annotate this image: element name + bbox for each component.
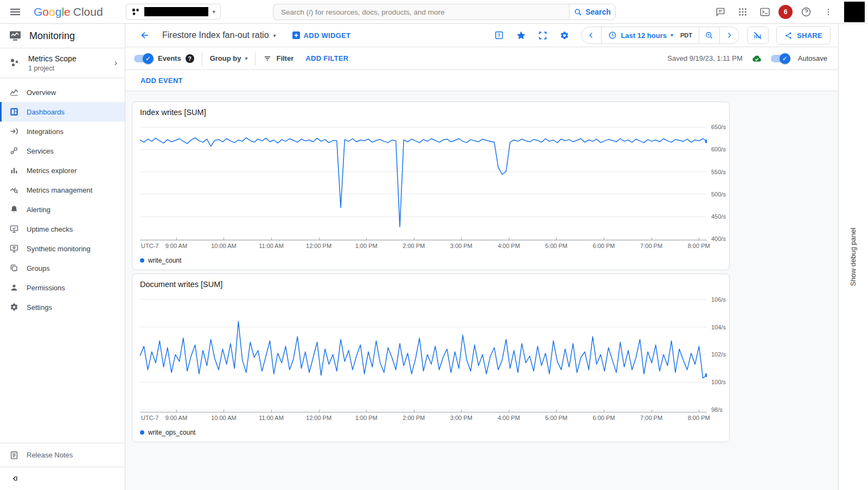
group-by-button[interactable]: Group by ▾ [210, 54, 248, 62]
google-cloud-logo[interactable]: Google Cloud [34, 5, 103, 18]
search-button[interactable]: Search [569, 4, 616, 20]
cloud-shell-icon[interactable] [756, 3, 774, 21]
sidebar-item-label: Services [27, 147, 54, 155]
sidebar-item-label: Metrics explorer [27, 167, 76, 175]
chart-card-index-writes[interactable]: Index writes [SUM] 650/s600/s550/s500/s4… [132, 101, 730, 270]
divider [255, 52, 256, 66]
sidebar-item-dashboards[interactable]: Dashboards [0, 102, 125, 122]
search-icon [574, 8, 582, 16]
sidebar-item-uptime-checks[interactable]: Uptime checks [0, 219, 125, 239]
sidebar-item-release-notes[interactable]: Release Notes [0, 443, 125, 467]
zoom-out-time-button[interactable] [699, 27, 719, 43]
logo-google-text: Google [34, 5, 71, 18]
filter-button[interactable]: Filter [263, 54, 293, 63]
dashboard-info-button[interactable] [490, 26, 508, 44]
notifications-badge[interactable]: 6 [778, 5, 793, 19]
auto-refresh-off-icon [753, 31, 762, 40]
x-axis-label: 3:00 PM [450, 243, 473, 249]
release-notes-icon [9, 450, 19, 460]
project-selector[interactable]: ▾ [126, 4, 221, 20]
chart-title: Index writes [SUM] [140, 108, 729, 117]
y-axis-label: 100/s [711, 379, 726, 385]
x-axis-tick [604, 238, 604, 240]
dashboard-settings-button[interactable] [555, 26, 573, 44]
divider [202, 52, 202, 66]
x-axis-tick [271, 410, 272, 412]
x-axis-label: 10:00 AM [211, 243, 236, 249]
toggle-check-icon: ✓ [780, 53, 790, 64]
metrics-scope-selector[interactable]: Metrics Scope 1 project › [0, 48, 125, 78]
metrics-scope-subtitle: 1 project [28, 65, 114, 72]
y-axis-label: 500/s [711, 191, 726, 198]
x-axis-tick [176, 238, 177, 240]
menu-icon[interactable] [4, 1, 26, 23]
x-axis-label: 9:00 AM [165, 243, 187, 249]
sidebar-item-label: Overview [27, 88, 56, 97]
sidebar-item-synthetic-monitoring[interactable]: Synthetic monitoring [0, 239, 125, 258]
sidebar-item-groups[interactable]: Groups [0, 258, 125, 278]
more-options-icon[interactable] [820, 3, 837, 21]
x-axis-label: 3:00 PM [450, 415, 473, 421]
autosave-toggle[interactable]: ✓ [771, 55, 789, 62]
fullscreen-button[interactable] [533, 26, 552, 44]
add-widget-button[interactable]: ADD WIDGET [292, 31, 351, 40]
product-title: Monitoring [29, 30, 75, 42]
sidebar-item-permissions[interactable]: Permissions [0, 278, 125, 297]
show-debug-panel-button[interactable]: Show debug panel [850, 228, 858, 287]
info-card-icon [494, 30, 504, 40]
sidebar-item-integrations[interactable]: Integrations [0, 122, 125, 141]
chart-card-document-writes[interactable]: Document writes [SUM] 106/s104/s102/s100… [132, 273, 730, 442]
top-bar: Google Cloud ▾ Search [0, 0, 868, 24]
legend-dot [140, 258, 144, 263]
sidebar-item-metrics-explorer[interactable]: Metrics explorer [0, 161, 125, 180]
favorite-button[interactable] [512, 26, 530, 44]
help-icon[interactable] [797, 3, 815, 21]
legend-label: write_count [148, 257, 181, 264]
add-filter-button[interactable]: ADD FILTER [305, 54, 348, 62]
x-axis-tick [176, 410, 177, 412]
services-icon [9, 146, 19, 156]
search-input[interactable] [273, 4, 569, 20]
time-back-button[interactable] [582, 27, 601, 43]
x-axis-tick [556, 410, 557, 412]
y-axis-label: 104/s [711, 324, 726, 330]
collapse-sidebar-button[interactable] [0, 467, 125, 490]
chart-plot-area[interactable] [140, 123, 707, 240]
y-axis-label: 450/s [711, 213, 726, 220]
title-dropdown-icon[interactable]: ▾ [273, 33, 276, 39]
chart-plot-area[interactable] [140, 295, 707, 412]
x-axis-tick [271, 238, 272, 240]
share-button[interactable]: SHARE [776, 26, 831, 44]
add-event-button[interactable]: ADD EVENT [141, 77, 183, 85]
avatar[interactable] [844, 2, 865, 22]
x-axis-tick [604, 410, 604, 412]
sidebar-item-metrics-management[interactable]: Metrics management [0, 180, 125, 200]
sidebar-item-settings[interactable]: Settings [0, 297, 125, 317]
timezone-label: PDT [680, 32, 692, 39]
global-search: Search [273, 4, 616, 20]
sidebar-item-services[interactable]: Services [0, 141, 125, 161]
x-axis-label: 10:00 AM [211, 415, 236, 421]
y-axis-label: 600/s [711, 146, 726, 152]
events-toggle[interactable]: ✓ [134, 55, 152, 62]
auto-refresh-off-button[interactable] [747, 27, 769, 44]
events-help-icon[interactable]: ? [186, 54, 194, 63]
sidebar-item-alerting[interactable]: Alerting [0, 200, 125, 219]
back-button[interactable] [137, 28, 152, 43]
time-range-selector[interactable]: Last 12 hours ▾ PDT [601, 27, 699, 43]
legend-label: write_ops_count [148, 429, 195, 436]
x-axis-label: 6:00 PM [593, 415, 615, 421]
filter-icon [263, 54, 272, 63]
x-axis-tick [224, 410, 224, 412]
clock-icon [608, 31, 617, 40]
sidebar-item-overview[interactable]: Overview [0, 82, 125, 102]
feedback-icon[interactable] [712, 3, 729, 21]
chart-legend[interactable]: write_ops_count [140, 428, 729, 437]
apps-grid-icon[interactable] [734, 3, 751, 21]
chart-legend[interactable]: write_count [140, 256, 729, 265]
x-axis-label: 8:00 PM [688, 243, 710, 249]
top-bar-actions: 6 [712, 0, 868, 24]
time-forward-button[interactable] [719, 27, 739, 43]
sidebar-item-label: Permissions [27, 284, 65, 292]
dashboard-canvas: Index writes [SUM] 650/s600/s550/s500/s4… [125, 91, 838, 490]
